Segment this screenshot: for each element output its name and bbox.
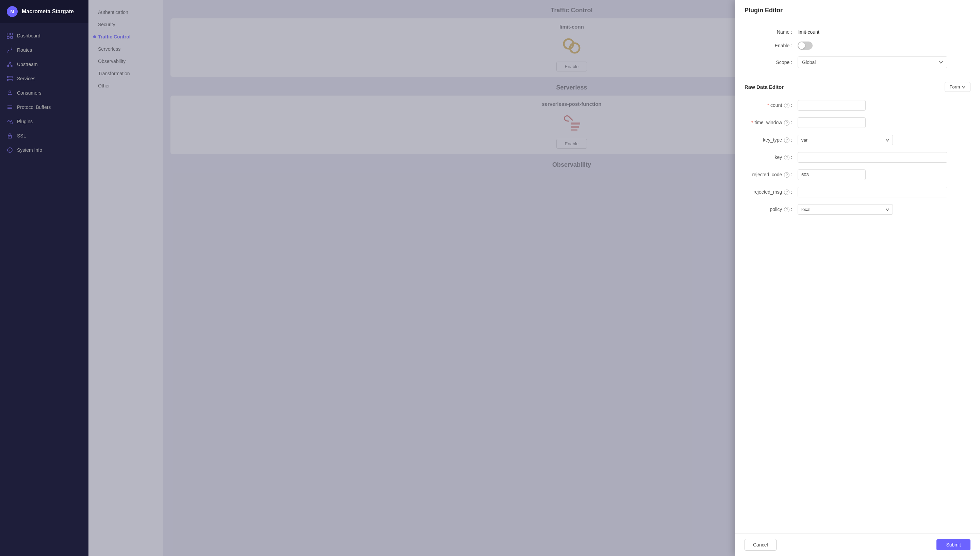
raw-data-header: Raw Data Editor Form <box>744 82 970 92</box>
enable-label: Enable : <box>744 43 792 48</box>
sidebar-item-dashboard[interactable]: Dashboard <box>0 29 89 43</box>
sidebar-label-routes: Routes <box>17 47 32 53</box>
count-input[interactable] <box>798 100 866 111</box>
sidebar-nav: Dashboard Routes U <box>0 23 89 556</box>
routes-icon <box>7 47 13 53</box>
svg-rect-1 <box>11 33 13 35</box>
app-title: Macrometa Stargate <box>22 8 74 15</box>
main-content: Authentication Security Traffic Control … <box>89 0 980 556</box>
enable-toggle[interactable] <box>798 42 812 50</box>
rejected-code-input[interactable] <box>798 170 866 180</box>
form-toggle-label: Form <box>950 84 960 89</box>
form-toggle-btn[interactable]: Form <box>944 82 970 92</box>
sidebar-label-ssl: SSL <box>17 133 26 139</box>
sidebar-item-services[interactable]: Services <box>0 71 89 86</box>
svg-point-19 <box>8 120 10 121</box>
svg-point-13 <box>8 77 9 78</box>
ssl-icon <box>7 133 13 139</box>
chevron-down-icon <box>939 61 943 64</box>
key-type-chevron-icon <box>886 139 889 142</box>
sidebar-label-services: Services <box>17 76 36 81</box>
svg-rect-2 <box>7 36 9 39</box>
svg-point-7 <box>8 65 9 67</box>
editor-footer: Cancel Submit <box>735 533 980 556</box>
grid-icon <box>7 33 13 39</box>
key-type-help-icon[interactable]: ? <box>784 137 789 143</box>
protocol-icon <box>7 104 13 110</box>
sidebar-item-consumers[interactable]: Consumers <box>0 86 89 100</box>
policy-field-row: policy ? : local <box>744 204 970 215</box>
svg-rect-0 <box>7 33 9 35</box>
sidebar-item-system-info[interactable]: System Info <box>0 143 89 157</box>
editor-title: Plugin Editor <box>744 7 783 14</box>
sidebar-item-upstream[interactable]: Upstream <box>0 57 89 71</box>
time-window-field-row: * time_window ? : <box>744 117 970 128</box>
key-field-row: key ? : <box>744 152 970 163</box>
key-type-label: key_type ? : <box>744 137 792 143</box>
cancel-button[interactable]: Cancel <box>744 539 777 551</box>
app-logo: M <box>7 6 18 17</box>
sidebar-label-plugins: Plugins <box>17 119 33 124</box>
editor-body: Name : limit-count Enable : Scope : Glob… <box>735 21 980 533</box>
count-help-icon[interactable]: ? <box>784 103 789 108</box>
svg-point-6 <box>9 62 11 63</box>
svg-line-10 <box>10 63 11 65</box>
sidebar-item-ssl[interactable]: SSL <box>0 129 89 143</box>
sidebar-item-plugins[interactable]: Plugins <box>0 114 89 129</box>
svg-rect-3 <box>11 36 13 39</box>
sidebar: M Macrometa Stargate Dashboard <box>0 0 89 556</box>
svg-point-4 <box>8 52 8 53</box>
plugins-icon <box>7 118 13 124</box>
svg-point-15 <box>9 91 11 93</box>
scope-label: Scope : <box>744 60 792 65</box>
consumers-icon <box>7 90 13 96</box>
sidebar-header: M Macrometa Stargate <box>0 0 89 23</box>
policy-help-icon[interactable]: ? <box>784 207 789 212</box>
toggle-knob <box>798 42 805 49</box>
policy-value: local <box>801 207 810 212</box>
divider <box>744 75 970 75</box>
raw-data-title: Raw Data Editor <box>744 84 784 90</box>
policy-select[interactable]: local <box>798 204 893 215</box>
time-window-input[interactable] <box>798 117 866 128</box>
svg-rect-20 <box>11 122 12 124</box>
svg-point-8 <box>11 65 12 67</box>
sidebar-item-protocol-buffers[interactable]: Protocol Buffers <box>0 100 89 114</box>
scope-value: Global <box>802 60 815 65</box>
policy-chevron-icon <box>886 208 889 211</box>
key-type-value: var <box>801 137 807 142</box>
scope-select[interactable]: Global <box>798 57 947 68</box>
submit-button[interactable]: Submit <box>936 539 970 550</box>
key-input[interactable] <box>798 152 947 163</box>
rejected-msg-input[interactable] <box>798 187 947 197</box>
name-value: limit-count <box>798 29 819 35</box>
form-chevron-icon <box>962 86 965 89</box>
count-required: * <box>767 102 769 108</box>
policy-label: policy ? : <box>744 207 792 213</box>
upstream-icon <box>7 61 13 67</box>
time-window-help-icon[interactable]: ? <box>784 120 789 126</box>
rejected-code-field-row: rejected_code ? : <box>744 170 970 180</box>
time-window-label: * time_window ? : <box>744 120 792 126</box>
services-icon <box>7 76 13 82</box>
svg-line-9 <box>8 63 10 65</box>
info-icon <box>7 147 13 153</box>
svg-point-22 <box>10 136 11 137</box>
editor-header: Plugin Editor <box>735 0 980 21</box>
rejected-code-label: rejected_code ? : <box>744 172 792 178</box>
time-window-required: * <box>751 120 753 125</box>
rejected-msg-help-icon[interactable]: ? <box>784 189 789 195</box>
key-type-field-row: key_type ? : var <box>744 135 970 145</box>
svg-point-25 <box>10 149 10 149</box>
rejected-code-help-icon[interactable]: ? <box>784 172 789 178</box>
sidebar-label-dashboard: Dashboard <box>17 33 40 39</box>
name-label: Name : <box>744 29 792 35</box>
enable-field-row: Enable : <box>744 42 970 50</box>
key-type-select[interactable]: var <box>798 135 893 145</box>
count-label: * count ? : <box>744 102 792 108</box>
sidebar-item-routes[interactable]: Routes <box>0 43 89 57</box>
key-help-icon[interactable]: ? <box>784 155 789 160</box>
rejected-msg-label: rejected_msg ? : <box>744 189 792 195</box>
sidebar-label-upstream: Upstream <box>17 61 38 67</box>
plugin-editor: Plugin Editor Name : limit-count Enable … <box>735 0 980 556</box>
